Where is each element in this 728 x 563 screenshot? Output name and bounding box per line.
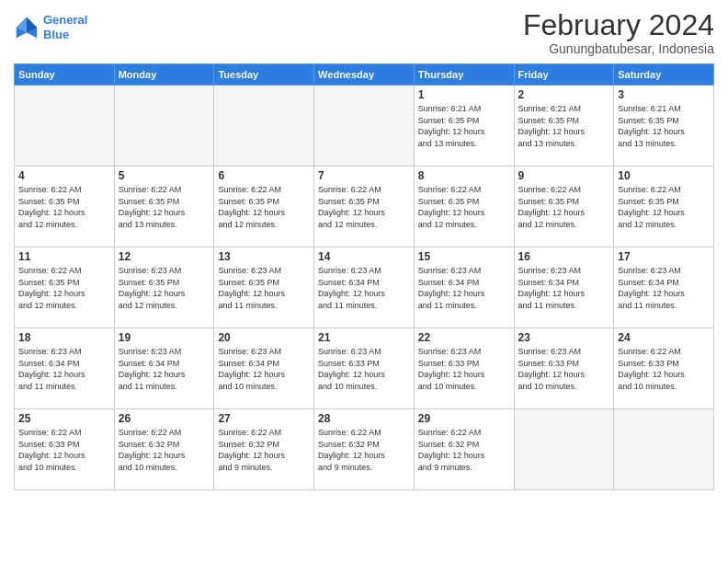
calendar-cell: 19Sunrise: 6:23 AM Sunset: 6:34 PM Dayli…: [114, 328, 214, 409]
weekday-header: Sunday: [15, 64, 115, 86]
logo: General Blue: [14, 13, 87, 41]
calendar: SundayMondayTuesdayWednesdayThursdayFrid…: [14, 63, 714, 490]
month-title: February 2024: [523, 9, 714, 41]
weekday-header: Tuesday: [214, 64, 314, 86]
day-number: 27: [218, 412, 310, 425]
calendar-cell: [314, 86, 415, 167]
calendar-cell: [15, 86, 115, 167]
day-number: 2: [518, 88, 610, 101]
day-info: Sunrise: 6:22 AM Sunset: 6:33 PM Dayligh…: [618, 346, 710, 392]
day-number: 25: [18, 412, 110, 425]
day-number: 5: [119, 169, 210, 182]
calendar-cell: 17Sunrise: 6:23 AM Sunset: 6:34 PM Dayli…: [614, 247, 714, 328]
calendar-cell: 10Sunrise: 6:22 AM Sunset: 6:35 PM Dayli…: [614, 167, 714, 247]
calendar-week-row: 11Sunrise: 6:22 AM Sunset: 6:35 PM Dayli…: [15, 247, 714, 328]
day-info: Sunrise: 6:23 AM Sunset: 6:34 PM Dayligh…: [518, 265, 610, 311]
calendar-cell: 15Sunrise: 6:23 AM Sunset: 6:34 PM Dayli…: [414, 247, 514, 328]
calendar-cell: 24Sunrise: 6:22 AM Sunset: 6:33 PM Dayli…: [614, 328, 714, 409]
calendar-cell: [214, 86, 314, 167]
calendar-week-row: 4Sunrise: 6:22 AM Sunset: 6:35 PM Daylig…: [15, 167, 714, 247]
day-number: 24: [618, 331, 710, 344]
day-number: 18: [18, 331, 110, 344]
day-info: Sunrise: 6:23 AM Sunset: 6:35 PM Dayligh…: [119, 265, 210, 311]
day-number: 7: [318, 169, 410, 182]
day-info: Sunrise: 6:21 AM Sunset: 6:35 PM Dayligh…: [518, 103, 610, 149]
calendar-cell: 4Sunrise: 6:22 AM Sunset: 6:35 PM Daylig…: [15, 167, 115, 247]
calendar-cell: 27Sunrise: 6:22 AM Sunset: 6:32 PM Dayli…: [214, 409, 314, 490]
calendar-cell: 23Sunrise: 6:23 AM Sunset: 6:33 PM Dayli…: [514, 328, 614, 409]
day-info: Sunrise: 6:22 AM Sunset: 6:33 PM Dayligh…: [18, 427, 110, 473]
calendar-cell: 20Sunrise: 6:23 AM Sunset: 6:34 PM Dayli…: [214, 328, 314, 409]
day-number: 1: [418, 88, 510, 101]
day-info: Sunrise: 6:23 AM Sunset: 6:35 PM Dayligh…: [218, 265, 310, 311]
day-info: Sunrise: 6:23 AM Sunset: 6:34 PM Dayligh…: [318, 265, 410, 311]
calendar-cell: 1Sunrise: 6:21 AM Sunset: 6:35 PM Daylig…: [414, 86, 514, 167]
day-info: Sunrise: 6:23 AM Sunset: 6:34 PM Dayligh…: [618, 265, 710, 311]
calendar-cell: 26Sunrise: 6:22 AM Sunset: 6:32 PM Dayli…: [114, 409, 214, 490]
day-number: 8: [418, 169, 510, 182]
day-info: Sunrise: 6:22 AM Sunset: 6:35 PM Dayligh…: [318, 184, 410, 230]
calendar-cell: 22Sunrise: 6:23 AM Sunset: 6:33 PM Dayli…: [414, 328, 514, 409]
day-number: 11: [18, 250, 110, 263]
day-number: 4: [18, 169, 110, 182]
day-info: Sunrise: 6:23 AM Sunset: 6:34 PM Dayligh…: [119, 346, 210, 392]
day-number: 20: [218, 331, 310, 344]
day-info: Sunrise: 6:22 AM Sunset: 6:35 PM Dayligh…: [18, 265, 110, 311]
calendar-cell: 28Sunrise: 6:22 AM Sunset: 6:32 PM Dayli…: [314, 409, 415, 490]
title-block: February 2024 Gunungbatubesar, Indonesia: [523, 9, 714, 56]
day-info: Sunrise: 6:22 AM Sunset: 6:32 PM Dayligh…: [119, 427, 210, 473]
calendar-cell: 18Sunrise: 6:23 AM Sunset: 6:34 PM Dayli…: [15, 328, 115, 409]
day-info: Sunrise: 6:22 AM Sunset: 6:35 PM Dayligh…: [618, 184, 710, 230]
logo-icon: [14, 15, 40, 40]
day-number: 6: [218, 169, 310, 182]
day-info: Sunrise: 6:22 AM Sunset: 6:32 PM Dayligh…: [418, 427, 510, 473]
day-info: Sunrise: 6:22 AM Sunset: 6:32 PM Dayligh…: [318, 427, 410, 473]
day-number: 21: [318, 331, 410, 344]
day-number: 9: [518, 169, 610, 182]
weekday-header: Thursday: [414, 64, 514, 86]
logo-text: General Blue: [43, 13, 87, 41]
calendar-cell: 11Sunrise: 6:22 AM Sunset: 6:35 PM Dayli…: [15, 247, 115, 328]
calendar-week-row: 1Sunrise: 6:21 AM Sunset: 6:35 PM Daylig…: [15, 86, 714, 167]
day-number: 17: [618, 250, 710, 263]
day-number: 3: [618, 88, 710, 101]
day-info: Sunrise: 6:22 AM Sunset: 6:35 PM Dayligh…: [418, 184, 510, 230]
calendar-cell: 21Sunrise: 6:23 AM Sunset: 6:33 PM Dayli…: [314, 328, 415, 409]
day-number: 16: [518, 250, 610, 263]
calendar-cell: 5Sunrise: 6:22 AM Sunset: 6:35 PM Daylig…: [114, 167, 214, 247]
day-info: Sunrise: 6:22 AM Sunset: 6:32 PM Dayligh…: [218, 427, 310, 473]
day-number: 28: [318, 412, 410, 425]
calendar-cell: 14Sunrise: 6:23 AM Sunset: 6:34 PM Dayli…: [314, 247, 415, 328]
weekday-header: Monday: [114, 64, 214, 86]
weekday-header: Friday: [514, 64, 614, 86]
calendar-cell: 12Sunrise: 6:23 AM Sunset: 6:35 PM Dayli…: [114, 247, 214, 328]
day-info: Sunrise: 6:22 AM Sunset: 6:35 PM Dayligh…: [218, 184, 310, 230]
calendar-cell: 13Sunrise: 6:23 AM Sunset: 6:35 PM Dayli…: [214, 247, 314, 328]
day-number: 15: [418, 250, 510, 263]
calendar-cell: 8Sunrise: 6:22 AM Sunset: 6:35 PM Daylig…: [414, 167, 514, 247]
calendar-cell: [614, 409, 714, 490]
day-info: Sunrise: 6:23 AM Sunset: 6:33 PM Dayligh…: [418, 346, 510, 392]
day-info: Sunrise: 6:22 AM Sunset: 6:35 PM Dayligh…: [518, 184, 610, 230]
calendar-cell: 3Sunrise: 6:21 AM Sunset: 6:35 PM Daylig…: [614, 86, 714, 167]
day-info: Sunrise: 6:23 AM Sunset: 6:33 PM Dayligh…: [318, 346, 410, 392]
day-number: 13: [218, 250, 310, 263]
day-info: Sunrise: 6:22 AM Sunset: 6:35 PM Dayligh…: [18, 184, 110, 230]
day-number: 19: [119, 331, 210, 344]
calendar-cell: 2Sunrise: 6:21 AM Sunset: 6:35 PM Daylig…: [514, 86, 614, 167]
day-info: Sunrise: 6:23 AM Sunset: 6:34 PM Dayligh…: [18, 346, 110, 392]
calendar-header-row: SundayMondayTuesdayWednesdayThursdayFrid…: [15, 64, 714, 86]
day-info: Sunrise: 6:23 AM Sunset: 6:34 PM Dayligh…: [218, 346, 310, 392]
location-subtitle: Gunungbatubesar, Indonesia: [523, 41, 714, 56]
day-number: 14: [318, 250, 410, 263]
calendar-cell: 7Sunrise: 6:22 AM Sunset: 6:35 PM Daylig…: [314, 167, 415, 247]
day-number: 10: [618, 169, 710, 182]
calendar-cell: 9Sunrise: 6:22 AM Sunset: 6:35 PM Daylig…: [514, 167, 614, 247]
day-info: Sunrise: 6:21 AM Sunset: 6:35 PM Dayligh…: [618, 103, 710, 149]
calendar-week-row: 25Sunrise: 6:22 AM Sunset: 6:33 PM Dayli…: [15, 409, 714, 490]
day-info: Sunrise: 6:23 AM Sunset: 6:34 PM Dayligh…: [418, 265, 510, 311]
header: General Blue February 2024 Gunungbatubes…: [14, 9, 714, 56]
day-number: 26: [119, 412, 210, 425]
calendar-cell: 25Sunrise: 6:22 AM Sunset: 6:33 PM Dayli…: [15, 409, 115, 490]
calendar-cell: 6Sunrise: 6:22 AM Sunset: 6:35 PM Daylig…: [214, 167, 314, 247]
